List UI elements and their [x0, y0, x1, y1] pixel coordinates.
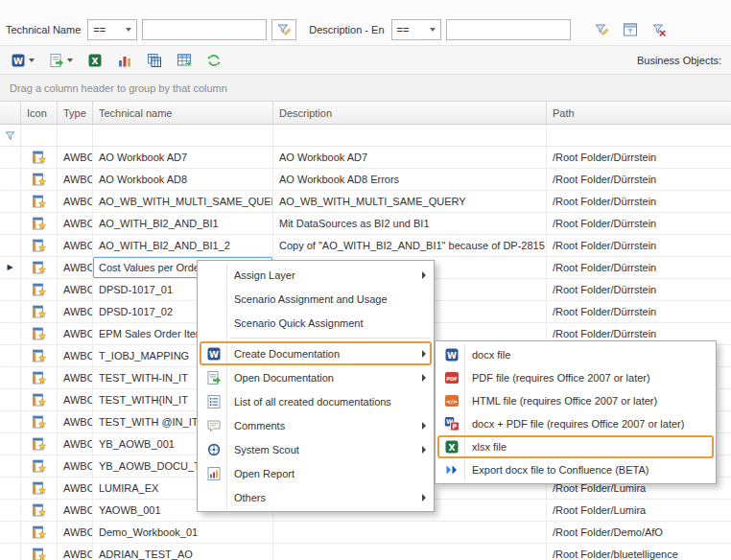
description-filter-input[interactable] — [446, 19, 571, 40]
column-header-path[interactable]: Path — [547, 102, 731, 124]
menu-item-icon — [206, 490, 222, 505]
menu-item-list-of-created-documentations[interactable]: List of all created documentations — [200, 389, 432, 413]
filter-button[interactable] — [589, 19, 614, 40]
menu-item-icon-cell — [200, 466, 228, 481]
copy-table-button[interactable] — [144, 49, 165, 72]
create-documentation-button[interactable]: W — [8, 49, 37, 72]
menu-item-others[interactable]: Others — [200, 485, 432, 509]
table-row[interactable]: ▶ AWBO AO_WITH_BI2_AND_BI1 Mit DataSourc… — [0, 213, 731, 235]
row-indicator-cell: ▶ — [0, 169, 21, 190]
table-row[interactable]: ▶ AWBO AO_WITH_BI2_AND_BI1_2 Copy of "AO… — [0, 235, 731, 257]
submenu-item-docx-file[interactable]: W docx file — [437, 343, 714, 366]
path-cell[interactable]: /Root Folder/bluetelligence — [547, 544, 731, 560]
menu-item-comments[interactable]: Comments — [200, 413, 432, 437]
path-cell[interactable]: /Root Folder/Dürrstein — [547, 301, 731, 322]
submenu-item-export-docx-confluence[interactable]: Export docx file to Confluence (BETA) — [437, 458, 714, 481]
chevron-down-icon — [126, 28, 131, 32]
type-cell: AWBO — [58, 323, 93, 344]
awbo-workbook-icon — [32, 348, 47, 363]
description-cell[interactable] — [273, 522, 547, 543]
table-row[interactable]: ▶ AWBO AO_WB_WITH_MULTI_SAME_QUERY AO_WB… — [0, 191, 731, 213]
menu-item-system-scout[interactable]: System Scout — [200, 437, 432, 461]
filter-cell-technical-name[interactable] — [93, 125, 273, 146]
menu-item-label: Open Documentation — [228, 372, 334, 384]
path-cell[interactable]: /Root Folder/Dürrstein — [547, 191, 731, 212]
technical-name-cell[interactable]: Demo_Workbook_01 — [93, 522, 273, 543]
path-cell[interactable]: /Root Folder/Dürrstein — [547, 235, 731, 256]
menu-item-icon-cell — [200, 490, 228, 505]
menu-item-scenario-assignment-and-usage[interactable]: Scenario Assignment and Usage — [200, 287, 432, 311]
menu-item-open-report[interactable]: Open Report — [200, 461, 432, 485]
description-cell[interactable]: AO Workbook AD7 — [273, 147, 547, 168]
table-row[interactable]: ▶ AWBO AO Workbook AD8 AO Workbook AD8 E… — [0, 169, 731, 191]
path-cell[interactable]: /Root Folder/Dürrstein — [547, 279, 731, 300]
description-operator-value: == — [397, 24, 410, 35]
table-row[interactable]: ▶ AWBO ADRIAN_TEST_AO /Root Folder/bluet… — [0, 544, 731, 560]
clear-filter-button[interactable] — [647, 19, 672, 40]
path-cell[interactable]: /Root Folder/Dürrstein — [547, 169, 731, 190]
row-icon-cell — [21, 235, 58, 256]
export-xlsx-button[interactable]: X — [84, 49, 106, 72]
description-operator-select[interactable]: == — [391, 19, 441, 40]
docx-file-icon: W — [206, 346, 222, 362]
awbo-workbook-icon — [32, 502, 47, 518]
description-cell[interactable] — [273, 544, 547, 560]
technical-name-cell[interactable]: AO Workbook AD8 — [93, 169, 273, 190]
submenu-item-docx-pdf-file[interactable]: WP docx + PDF file (requires Office 2007… — [437, 412, 714, 435]
submenu-item-xlsx-file[interactable]: X xlsx file — [437, 435, 714, 458]
row-icon-cell — [21, 191, 58, 212]
path-cell[interactable]: /Root Folder/Lumira — [547, 500, 731, 521]
column-header-type[interactable]: Type — [58, 102, 93, 124]
row-indicator-cell: ▶ — [0, 367, 21, 388]
path-cell[interactable]: /Root Folder/Demo/AfO — [547, 522, 731, 543]
technical-name-filter-input[interactable] — [142, 19, 267, 40]
technical-name-cell[interactable]: AO_WITH_BI2_AND_BI1 — [93, 213, 273, 234]
path-cell[interactable]: /Root Folder/Dürrstein — [547, 147, 731, 168]
technical-name-cell[interactable]: AO_WITH_BI2_AND_BI1_2 — [93, 235, 273, 256]
description-cell[interactable]: Copy of "AO_WITH_BI2_AND_BI1" because of… — [273, 235, 547, 256]
filter-cell-icon[interactable] — [21, 125, 58, 146]
path-cell[interactable]: /Root Folder/Dürrstein — [547, 213, 731, 234]
column-header-description[interactable]: Description — [273, 102, 547, 124]
menu-item-label: Comments — [228, 420, 285, 432]
column-header-icon[interactable]: Icon — [21, 102, 58, 124]
business-objects-label: Business Objects: — [637, 55, 723, 66]
export-table-button[interactable] — [174, 49, 195, 72]
column-header-technical-name[interactable]: Technical name — [93, 102, 273, 124]
menu-separator[interactable] — [200, 335, 432, 341]
filter-editor-button[interactable] — [618, 19, 643, 40]
technical-name-filter-menu-button[interactable] — [271, 19, 296, 40]
technical-name-cell[interactable]: AO Workbook AD7 — [93, 147, 273, 168]
filter-cell-type[interactable] — [58, 125, 93, 146]
technical-name-operator-select[interactable]: == — [87, 19, 137, 40]
type-cell: AWBO — [58, 522, 93, 543]
submenu-arrow-icon — [422, 446, 426, 454]
filter-cell-description[interactable] — [273, 125, 547, 146]
filter-cell-path[interactable] — [547, 125, 731, 146]
table-row[interactable]: ▶ AWBO Demo_Workbook_01 /Root Folder/Dem… — [0, 522, 731, 544]
table-row[interactable]: ▶ AWBO AO Workbook AD7 AO Workbook AD7 /… — [0, 147, 731, 169]
menu-item-open-documentation[interactable]: Open Documentation — [200, 365, 432, 389]
type-cell: AWBO — [58, 411, 93, 432]
menu-item-assign-layer[interactable]: Assign Layer — [200, 263, 432, 287]
submenu-item-html-file[interactable]: </> HTML file (requires Office 2007 or l… — [437, 389, 714, 412]
submenu-item-icon-cell: PDF — [437, 370, 466, 385]
chart-button[interactable] — [114, 49, 135, 72]
open-documentation-button[interactable] — [46, 49, 76, 72]
awbo-workbook-icon — [32, 392, 47, 408]
description-cell[interactable]: AO_WB_WITH_MULTI_SAME_QUERY — [273, 191, 547, 212]
row-icon-cell — [21, 455, 58, 477]
menu-item-create-documentation[interactable]: W Create Documentation — [200, 341, 432, 365]
menu-item-scenario-quick-assignment[interactable]: Scenario Quick Assignment — [200, 311, 432, 335]
description-cell[interactable]: Mit DataSources as BI2 und BI1 — [273, 213, 547, 234]
menu-item-icon — [206, 315, 222, 331]
comment-icon — [206, 418, 222, 433]
refresh-button[interactable] — [203, 49, 224, 72]
technical-name-cell[interactable]: AO_WB_WITH_MULTI_SAME_QUERY — [93, 191, 273, 212]
path-cell[interactable]: /Root Folder/Dürrstein — [547, 257, 731, 278]
type-cell: AWBO — [58, 169, 93, 190]
submenu-item-pdf-file[interactable]: PDF PDF file (requires Office 2007 or la… — [437, 366, 714, 389]
group-by-panel[interactable]: Drag a column header to group by that co… — [0, 75, 731, 102]
technical-name-cell[interactable]: ADRIAN_TEST_AO — [93, 544, 273, 560]
description-cell[interactable]: AO Workbook AD8 Errors — [273, 169, 547, 190]
